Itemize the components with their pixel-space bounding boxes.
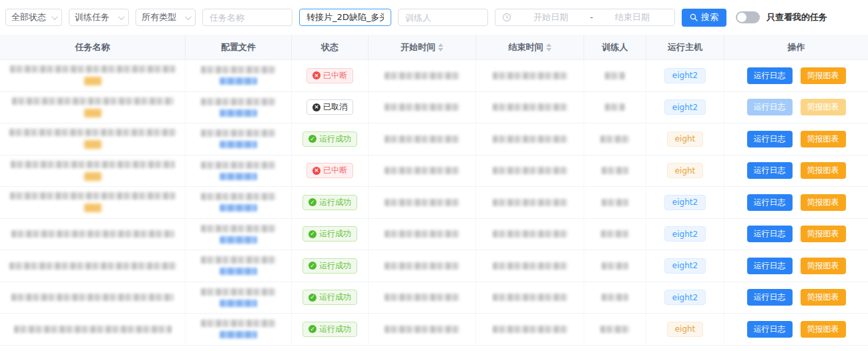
column-header-task-name: 任务名称 xyxy=(0,35,186,59)
trainer-input[interactable] xyxy=(405,13,481,23)
redacted-config-link[interactable] xyxy=(220,77,257,85)
redacted-trainer xyxy=(602,199,628,206)
start-date-input[interactable]: 开始日期 xyxy=(515,11,586,23)
table-row: ✓运行成功eight2运行日志简报图表 xyxy=(0,250,868,282)
redacted-config-link[interactable] xyxy=(220,300,257,307)
sort-desc-icon[interactable] xyxy=(438,48,443,51)
report-chart-button[interactable]: 简报图表 xyxy=(801,194,846,211)
run-log-button[interactable]: 运行日志 xyxy=(747,99,793,115)
report-chart-button[interactable]: 简报图表 xyxy=(801,226,846,242)
redacted-config-link[interactable] xyxy=(220,268,257,275)
task-table: 任务名称配置文件状态开始时间结束时间训练人运行主机操作 ×已中断eight2运行… xyxy=(0,35,868,351)
task-name-cell xyxy=(0,250,186,282)
redacted-config-link[interactable] xyxy=(220,331,257,338)
search-button[interactable]: 搜索 xyxy=(682,9,726,27)
trainer-cell xyxy=(584,282,646,314)
column-header-label: 开始时间 xyxy=(401,41,435,53)
status-badge: ✓运行成功 xyxy=(302,322,357,337)
run-log-button[interactable]: 运行日志 xyxy=(747,226,793,242)
table-header-row: 任务名称配置文件状态开始时间结束时间训练人运行主机操作 xyxy=(0,35,868,60)
status-badge: ✓运行成功 xyxy=(302,226,357,242)
sort-control[interactable] xyxy=(546,43,552,51)
run-log-button[interactable]: 运行日志 xyxy=(747,321,793,338)
run-log-button[interactable]: 运行日志 xyxy=(747,258,793,274)
redacted-start-time xyxy=(385,230,459,238)
trainer-cell xyxy=(584,219,646,250)
column-header-label: 操作 xyxy=(788,41,805,53)
redacted-task-name xyxy=(11,230,174,238)
redacted-task-name xyxy=(11,294,174,301)
status-label: 运行成功 xyxy=(319,133,351,145)
config-file-cell xyxy=(186,92,292,123)
run-log-button[interactable]: 运行日志 xyxy=(747,194,793,211)
task-filter-select[interactable]: 训练任务 xyxy=(69,9,129,26)
redacted-end-time xyxy=(493,262,568,270)
actions-cell: 运行日志简报图表 xyxy=(724,250,868,282)
redacted-config-link[interactable] xyxy=(220,109,257,117)
status-cell: ×已取消 xyxy=(292,92,369,123)
report-chart-button[interactable]: 简报图表 xyxy=(801,99,846,115)
task-name-cell xyxy=(0,123,186,155)
config-file-cell xyxy=(186,250,292,282)
report-chart-button[interactable]: 简报图表 xyxy=(801,67,846,84)
redacted-config-link[interactable] xyxy=(220,141,257,148)
status-label: 已取消 xyxy=(323,101,347,113)
sort-asc-icon[interactable] xyxy=(546,43,552,47)
type-filter-select[interactable]: 所有类型 xyxy=(136,9,196,26)
redacted-config-name xyxy=(201,193,276,200)
status-badge: ✓运行成功 xyxy=(302,290,357,305)
my-tasks-toggle-label: 只查看我的任务 xyxy=(767,11,827,23)
table-row: ✓运行成功eight运行日志简报图表 xyxy=(0,123,868,155)
status-label: 已中断 xyxy=(323,70,347,81)
task-name-cell xyxy=(0,314,186,345)
report-chart-button[interactable]: 简报图表 xyxy=(801,258,846,274)
redacted-config-link[interactable] xyxy=(220,173,257,180)
trainer-cell xyxy=(584,155,646,187)
column-header-end-time: 结束时间 xyxy=(476,35,584,59)
host-cell: eight2 xyxy=(646,187,724,218)
redacted-config-name xyxy=(201,256,276,264)
model-name-input[interactable] xyxy=(306,13,384,23)
end-date-input[interactable]: 结束日期 xyxy=(597,11,668,23)
report-chart-button[interactable]: 简报图表 xyxy=(801,289,846,306)
status-interrupted-icon: × xyxy=(312,71,320,79)
sort-asc-icon[interactable] xyxy=(438,43,443,47)
redacted-config-name xyxy=(201,98,276,105)
config-file-cell xyxy=(186,219,292,250)
status-label: 运行成功 xyxy=(319,292,351,303)
redacted-trainer xyxy=(602,294,628,301)
date-range-picker[interactable]: 开始日期 - 结束日期 xyxy=(495,9,675,26)
run-log-button[interactable]: 运行日志 xyxy=(747,162,793,179)
training-task-page: 全部状态 训练任务 所有类型 开始日期 - 结束日期 xyxy=(0,0,868,351)
run-log-button[interactable]: 运行日志 xyxy=(747,131,793,147)
task-name-cell xyxy=(0,155,186,187)
host-cell: eight xyxy=(646,155,724,187)
status-success-icon: ✓ xyxy=(308,262,316,270)
run-log-button[interactable]: 运行日志 xyxy=(747,289,793,306)
redacted-config-link[interactable] xyxy=(220,236,257,244)
host-cell: eight xyxy=(646,123,724,155)
end-time-cell xyxy=(476,187,584,218)
report-chart-button[interactable]: 简报图表 xyxy=(801,321,846,338)
start-time-cell xyxy=(369,60,476,91)
my-tasks-toggle[interactable] xyxy=(736,11,760,23)
run-log-button[interactable]: 运行日志 xyxy=(747,67,793,84)
sort-control[interactable] xyxy=(438,43,443,51)
report-chart-button[interactable]: 简报图表 xyxy=(801,131,846,147)
redacted-start-time xyxy=(385,135,459,143)
redacted-trainer xyxy=(602,262,628,270)
sort-desc-icon[interactable] xyxy=(546,48,552,51)
table-row: ✓运行成功eight2运行日志简报图表 xyxy=(0,282,868,314)
actions-cell: 运行日志简报图表 xyxy=(724,187,868,218)
status-filter-select[interactable]: 全部状态 xyxy=(5,9,62,26)
column-header-label: 配置文件 xyxy=(221,41,256,53)
redacted-end-time xyxy=(493,230,568,238)
redacted-start-time xyxy=(385,294,459,301)
report-chart-button[interactable]: 简报图表 xyxy=(801,162,846,179)
table-row: ✓运行成功eight2运行日志简报图表 xyxy=(0,219,868,251)
status-success-icon: ✓ xyxy=(308,294,316,302)
redacted-config-link[interactable] xyxy=(220,204,257,212)
start-time-cell xyxy=(369,123,476,155)
redacted-start-time xyxy=(385,199,459,206)
task-name-input[interactable] xyxy=(210,13,285,23)
